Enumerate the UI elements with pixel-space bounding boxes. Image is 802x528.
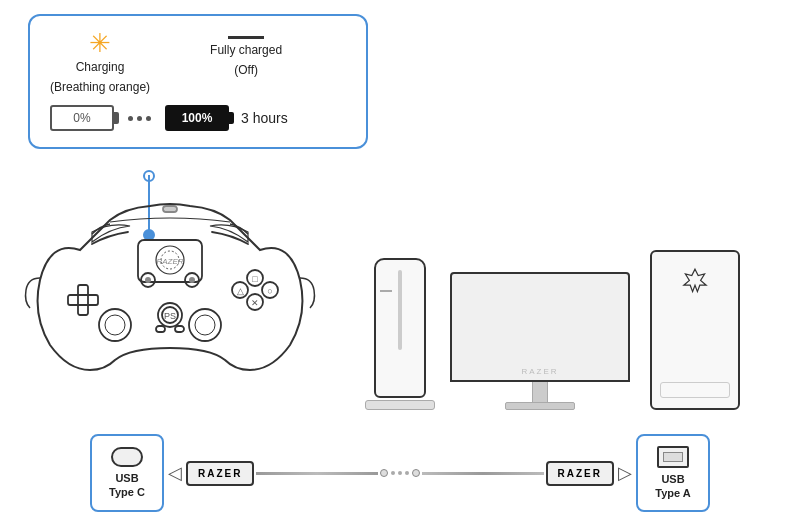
battery-0-percent: 0%: [50, 105, 114, 131]
svg-point-19: [189, 277, 195, 283]
svg-point-2: [99, 309, 131, 341]
usb-c-box: USBType C: [90, 434, 164, 512]
fully-charged-sub-label: (Off): [234, 63, 258, 79]
ps5-console: [370, 258, 430, 410]
usb-a-inner: [663, 452, 683, 462]
controller-diagram: △ □ ○ ✕ PS RAZER: [20, 170, 320, 390]
svg-text:✕: ✕: [251, 298, 259, 308]
ps5-body: [374, 258, 426, 398]
svg-text:○: ○: [267, 286, 272, 296]
charging-info-box: ✳ Charging (Breathing orange) Fully char…: [28, 14, 368, 149]
svg-point-3: [105, 315, 125, 335]
cable-assembly: RAZER RAZER: [186, 451, 614, 495]
battery-100-percent: 100%: [165, 105, 229, 131]
svg-text:□: □: [252, 274, 258, 284]
ps5-stripe: [398, 270, 402, 350]
pc-tower: [650, 250, 740, 410]
svg-rect-15: [163, 206, 177, 212]
hours-label: 3 hours: [241, 110, 288, 126]
usb-c-icon: [111, 447, 143, 467]
arrow-left-icon: ◁: [168, 462, 182, 484]
monitor-stand-neck: [532, 382, 548, 402]
monitor-screen: RAZER: [450, 272, 630, 382]
monitor-brand-label: RAZER: [521, 367, 558, 376]
usb-a-label: USBType A: [655, 472, 690, 501]
svg-text:PS: PS: [164, 311, 176, 321]
usb-c-label: USBType C: [109, 471, 145, 500]
monitor-stand-base: [505, 402, 575, 410]
svg-rect-1: [68, 295, 98, 305]
svg-rect-21: [175, 326, 184, 332]
devices-area: RAZER: [370, 180, 780, 410]
charging-label: Charging: [76, 60, 125, 76]
charging-sub-label: (Breathing orange): [50, 80, 150, 96]
off-indicator-icon: [228, 36, 264, 39]
ps5-disc-slot: [380, 290, 392, 292]
pc-bottom-strip: [660, 382, 730, 398]
cable-middle-connectors: [380, 469, 420, 477]
cable-wire-left: [256, 472, 378, 475]
svg-point-18: [145, 277, 151, 283]
svg-text:RAZER: RAZER: [156, 257, 183, 266]
usb-a-box: USBType A: [636, 434, 710, 512]
cable-wire-right: [422, 472, 544, 475]
usb-a-icon: [657, 446, 689, 468]
svg-point-5: [195, 315, 215, 335]
progress-dots: [122, 116, 157, 121]
svg-rect-0: [78, 285, 88, 315]
cable-razer-left-label: RAZER: [186, 461, 254, 486]
svg-point-4: [189, 309, 221, 341]
ps5-base: [365, 400, 435, 410]
monitor: RAZER: [450, 272, 630, 410]
fully-charged-label: Fully charged: [210, 43, 282, 59]
cable-razer-right-label: RAZER: [546, 461, 614, 486]
svg-rect-20: [156, 326, 165, 332]
cable-section: USBType C ◁ RAZER RAZER ▷ USBType A: [90, 434, 710, 512]
arrow-right-icon: ▷: [618, 462, 632, 484]
razer-logo-icon: [679, 266, 711, 298]
svg-text:△: △: [237, 286, 244, 296]
breathing-orange-icon: ✳: [89, 30, 111, 56]
